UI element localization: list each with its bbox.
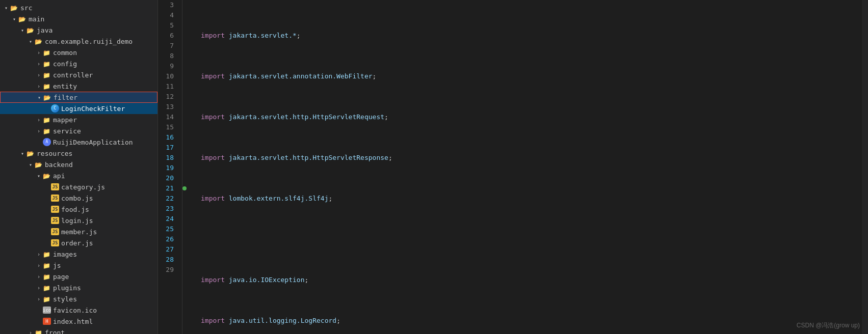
label-service: service	[53, 127, 81, 135]
tree-item-ruijidemoapp[interactable]: A RuijiDemoApplication	[0, 136, 157, 148]
arrow-common	[35, 50, 43, 55]
folder-icon-controller	[43, 71, 51, 78]
folder-icon-styles	[43, 295, 51, 302]
arrow-java	[18, 27, 27, 33]
folder-icon-js	[43, 262, 51, 269]
tree-item-java[interactable]: java	[0, 24, 157, 36]
code-line-10: import java.util.logging.LogRecord;	[201, 316, 862, 326]
tree-item-front[interactable]: front	[0, 327, 157, 334]
arrow-config	[35, 61, 43, 67]
code-content[interactable]: import jakarta.servlet.*; import jakarta…	[193, 0, 862, 334]
tree-item-styles[interactable]: styles	[0, 293, 157, 304]
label-styles: styles	[53, 295, 77, 303]
label-common: common	[53, 49, 77, 57]
folder-icon-service	[43, 127, 51, 134]
arrow-mapper	[35, 117, 43, 123]
scrollbar[interactable]	[862, 0, 868, 334]
label-orderjs: order.js	[61, 239, 93, 247]
tree-item-controller[interactable]: controller	[0, 69, 157, 80]
tree-item-js[interactable]: js	[0, 260, 157, 271]
label-memberjs: member.js	[61, 228, 97, 236]
tree-item-memberjs[interactable]: JS member.js	[0, 226, 157, 237]
arrow-api	[35, 173, 43, 179]
code-line-3: import jakarta.servlet.*;	[201, 31, 862, 41]
tree-item-page[interactable]: page	[0, 271, 157, 282]
label-package: com.example.ruiji_demo	[45, 38, 133, 45]
code-line-4: import jakarta.servlet.annotation.WebFil…	[201, 71, 862, 81]
tree-item-main[interactable]: main	[0, 13, 157, 24]
arrow-front	[27, 330, 35, 335]
arrow-styles	[35, 296, 43, 302]
js-icon-combo: JS	[51, 194, 59, 202]
js-icon-login: JS	[51, 217, 59, 224]
folder-icon-config	[43, 60, 51, 67]
code-line-5: import jakarta.servlet.http.HttpServletR…	[201, 112, 862, 122]
folder-icon-mapper	[43, 116, 51, 123]
js-icon-member: JS	[51, 228, 59, 235]
label-ruijidemoapp: RuijiDemoApplication	[53, 138, 133, 146]
arrow-images	[35, 252, 43, 257]
code-editor[interactable]: 3 4 5 6 7 8 9 10 11 12 13 14 15 16 17 18…	[158, 0, 868, 334]
label-combojs: combo.js	[61, 194, 93, 202]
label-backend: backend	[45, 161, 73, 169]
arrow-entity	[35, 84, 43, 89]
tree-item-categoryjs[interactable]: JS category.js	[0, 181, 157, 192]
gutter	[182, 0, 193, 334]
code-line-6: import jakarta.servlet.http.HttpServletR…	[201, 153, 862, 163]
folder-icon-backend	[35, 161, 43, 168]
breakpoint-dot	[182, 186, 187, 190]
tree-item-images[interactable]: images	[0, 248, 157, 260]
arrow-controller	[35, 72, 43, 78]
folder-icon-plugins	[43, 284, 51, 291]
js-icon-category: JS	[51, 183, 59, 190]
tree-item-backend[interactable]: backend	[0, 159, 157, 170]
tree-item-loginjs[interactable]: JS login.js	[0, 215, 157, 226]
tree-item-favicon[interactable]: ico favicon.ico	[0, 304, 157, 316]
tree-item-api[interactable]: api	[0, 170, 157, 181]
tree-item-src[interactable]: src	[0, 2, 157, 13]
code-line-9: import java.io.IOException;	[201, 275, 862, 285]
tree-item-common[interactable]: common	[0, 47, 157, 58]
folder-icon-page	[43, 273, 51, 280]
tree-item-config[interactable]: config	[0, 58, 157, 69]
label-loginjs: login.js	[61, 217, 93, 225]
arrow-service	[35, 128, 43, 134]
tree-item-service[interactable]: service	[0, 125, 157, 136]
tree-item-plugins[interactable]: plugins	[0, 282, 157, 293]
label-page: page	[53, 273, 69, 281]
tree-item-logincheckfilter[interactable]: C LoginCheckFilter	[0, 103, 157, 114]
arrow-backend	[27, 162, 35, 168]
html-icon: H	[43, 318, 51, 325]
label-controller: controller	[53, 71, 93, 79]
label-java: java	[37, 26, 52, 34]
tree-item-orderjs[interactable]: JS order.js	[0, 237, 157, 248]
file-tree: src main java com.example.ruiji_demo com…	[0, 0, 158, 334]
label-front: front	[45, 329, 65, 335]
folder-icon-filter	[43, 94, 51, 101]
arrow-resources	[18, 151, 27, 156]
folder-icon-api	[43, 172, 51, 179]
tree-item-filter[interactable]: filter	[0, 92, 157, 103]
arrow-src	[2, 5, 10, 11]
watermark: CSDN @冯浩(grow up)	[797, 321, 860, 330]
label-logincheckfilter: LoginCheckFilter	[61, 105, 125, 113]
label-entity: entity	[53, 82, 77, 90]
tree-item-resources[interactable]: resources	[0, 148, 157, 159]
tree-item-package[interactable]: com.example.ruiji_demo	[0, 36, 157, 47]
js-icon-order: JS	[51, 239, 59, 246]
tree-item-foodjs[interactable]: JS food.js	[0, 204, 157, 215]
arrow-package	[27, 39, 35, 44]
folder-icon-entity	[43, 82, 51, 90]
folder-icon-resources	[27, 150, 35, 157]
label-resources: resources	[37, 150, 72, 157]
arrow-filter	[35, 95, 43, 100]
tree-item-indexhtml[interactable]: H index.html	[0, 316, 157, 327]
code-line-7: import lombok.extern.slf4j.Slf4j;	[201, 193, 862, 204]
label-indexhtml: index.html	[53, 318, 93, 325]
arrow-main	[10, 16, 18, 22]
tree-item-entity[interactable]: entity	[0, 80, 157, 92]
tree-item-combojs[interactable]: JS combo.js	[0, 192, 157, 204]
label-main: main	[29, 15, 44, 23]
tree-item-mapper[interactable]: mapper	[0, 114, 157, 125]
folder-icon-package	[35, 38, 43, 45]
